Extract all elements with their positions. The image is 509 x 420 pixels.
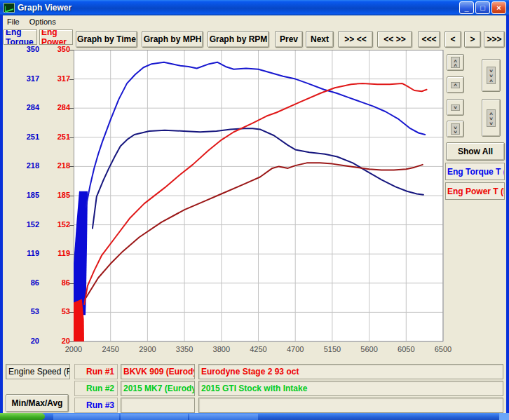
app-icon	[4, 3, 15, 13]
step-left-button[interactable]: <	[444, 31, 461, 48]
rpm-tick-label: 3800	[205, 345, 238, 353]
torque-tick-label: 251	[11, 133, 39, 141]
run3-desc-field[interactable]	[198, 398, 503, 413]
page-first-button[interactable]: <<<	[418, 31, 440, 48]
taskbar-item[interactable]	[189, 414, 258, 420]
torque-tick-label: 152	[11, 220, 39, 229]
power-tick-label: 350	[42, 45, 70, 53]
rpm-tick-label: 4700	[278, 345, 312, 353]
prev-button[interactable]: Prev	[275, 31, 303, 48]
title-bar[interactable]: Graph Viewer _ □ ×	[0, 0, 509, 15]
rpm-tick-label: 2450	[94, 345, 128, 353]
system-tray	[499, 413, 509, 420]
rpm-tick-label: 5150	[315, 345, 349, 353]
taskbar-item[interactable]	[53, 414, 119, 420]
x-axis-label-box: Engine Speed (RPM	[6, 364, 70, 379]
window-border-left	[0, 15, 3, 413]
run1-file-field[interactable]: BKVK 909 (Eurodyne, B	[121, 364, 195, 379]
power-axis-header[interactable]: Eng Power	[39, 29, 73, 45]
power-tick-label: 218	[42, 161, 70, 170]
zoom-out-y-button[interactable]: ˄˅˅	[482, 99, 501, 137]
power-tick-label: 20	[42, 337, 70, 345]
legend-power[interactable]: Eng Power T (HP)	[445, 182, 505, 200]
run1-desc-field[interactable]: Eurodyne Stage 2 93 oct	[198, 364, 503, 379]
Run #1 Eng Power T (HP)	[84, 83, 426, 304]
double-up-chevron-icon: ˄˄	[451, 57, 460, 68]
power-tick-label: 251	[42, 133, 70, 141]
torque-axis-header[interactable]: Eng Torque	[4, 29, 37, 45]
show-all-button[interactable]: Show All	[446, 142, 505, 161]
power-tick-label: 53	[42, 307, 70, 316]
power-tick-label: 185	[42, 191, 70, 199]
run2-desc-field[interactable]: 2015 GTI Stock with Intake	[198, 381, 503, 396]
scroll-up-fast-button[interactable]: ˄˄	[447, 54, 464, 71]
up-chevron-icon: ˄	[451, 82, 460, 88]
scroll-down-fast-button[interactable]: ˅˅	[447, 121, 464, 137]
torque-tick-label: 218	[11, 161, 39, 170]
torque-tick-label: 350	[11, 45, 39, 53]
power-tick-label: 152	[42, 220, 70, 229]
run3-label: Run #3	[74, 398, 118, 413]
next-button[interactable]: Next	[306, 31, 334, 48]
step-right-button[interactable]: >	[464, 31, 481, 48]
menu-options[interactable]: Options	[29, 18, 56, 26]
menu-file[interactable]: File	[7, 18, 20, 26]
torque-tick-label: 20	[11, 337, 39, 345]
graph-by-rpm-button[interactable]: Graph by RPM	[208, 31, 269, 48]
minimize-button[interactable]: _	[459, 1, 474, 14]
graph-by-mph-button[interactable]: Graph by MPH	[142, 31, 203, 48]
collapse-chevrons-icon: ˅˅˄	[487, 67, 496, 84]
graph-by-time-button[interactable]: Graph by Time	[76, 31, 137, 48]
double-down-chevron-icon: ˅˅	[451, 123, 460, 135]
rpm-tick-label: 2000	[57, 345, 90, 353]
zoom-in-y-button[interactable]: ˅˅˄	[482, 59, 501, 92]
Run #2 Eng Power T (HP)	[85, 163, 422, 299]
start-button[interactable]	[0, 413, 45, 420]
torque-tick-label: 53	[11, 307, 39, 316]
torque-tick-label: 185	[11, 191, 39, 199]
run3-file-field[interactable]	[121, 398, 195, 413]
desktop: Graph Viewer _ □ × File Options Eng Torq…	[0, 0, 509, 420]
taskbar[interactable]	[0, 413, 509, 420]
run1-label: Run #1	[74, 364, 118, 379]
torque-tick-label: 119	[11, 249, 39, 257]
page-last-button[interactable]: >>>	[484, 31, 505, 48]
power-tick-label: 284	[42, 103, 70, 111]
zoom-in-x-button[interactable]: >> <<	[338, 31, 373, 48]
rpm-tick-label: 5600	[353, 345, 386, 353]
run2-file-field[interactable]: 2015 MK7 (Eurodyne, E	[121, 381, 195, 396]
scroll-down-button[interactable]: ˅	[447, 99, 464, 116]
zoom-out-x-button[interactable]: << >>	[377, 31, 412, 48]
rpm-tick-label: 6050	[389, 345, 423, 353]
run2-label: Run #2	[74, 381, 118, 396]
down-chevron-icon: ˅	[451, 104, 460, 111]
min-max-avg-button[interactable]: Min/Max/Avg	[6, 394, 69, 412]
window-border-right	[506, 15, 509, 413]
power-tick-label: 119	[42, 249, 70, 257]
torque-tick-label: 284	[11, 103, 39, 111]
torque-tick-label: 317	[11, 74, 39, 83]
menu-bar: File Options	[3, 15, 506, 28]
close-button[interactable]: ×	[491, 1, 506, 14]
dyno-chart[interactable]	[74, 50, 444, 342]
power-tick-label: 317	[42, 74, 70, 83]
torque-tick-label: 86	[11, 278, 39, 287]
rpm-tick-label: 2900	[130, 345, 164, 353]
rpm-tick-label: 4250	[242, 345, 276, 353]
rpm-tick-label: 6500	[426, 345, 460, 353]
rpm-tick-label: 3350	[168, 345, 201, 353]
expand-chevrons-icon: ˄˅˅	[487, 109, 496, 127]
window-title: Graph Viewer	[18, 3, 72, 13]
power-tick-label: 86	[42, 278, 70, 287]
legend-torque[interactable]: Eng Torque T (Ft-l	[445, 163, 505, 180]
scroll-up-button[interactable]: ˄	[447, 76, 464, 93]
taskbar-item[interactable]	[121, 414, 188, 420]
maximize-button[interactable]: □	[475, 1, 490, 14]
